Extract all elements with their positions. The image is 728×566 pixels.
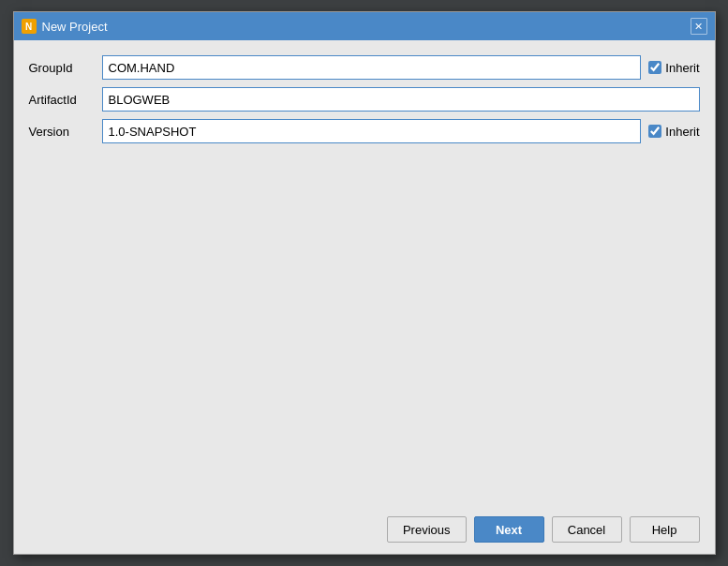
title-bar-left: N New Project — [22, 19, 108, 34]
version-inherit-area: Inherit — [648, 125, 699, 139]
dialog-body: GroupId Inherit ArtifactId Version Inher… — [14, 40, 715, 507]
groupid-inherit-checkbox[interactable] — [648, 61, 661, 74]
content-spacer — [29, 143, 700, 499]
artifactid-label: ArtifactId — [29, 93, 95, 107]
help-button[interactable]: Help — [630, 516, 700, 543]
title-bar: N New Project ✕ — [14, 12, 715, 40]
dialog-footer: Previous Next Cancel Help — [14, 507, 715, 554]
version-row: Version Inherit — [29, 119, 700, 143]
version-inherit-checkbox[interactable] — [648, 125, 661, 138]
version-inherit-label: Inherit — [665, 125, 699, 139]
groupid-inherit-area: Inherit — [648, 61, 699, 75]
version-input[interactable] — [102, 119, 642, 143]
version-label: Version — [29, 125, 95, 139]
new-project-dialog: N New Project ✕ GroupId Inherit Artifact… — [13, 11, 716, 555]
previous-button[interactable]: Previous — [387, 516, 467, 543]
dialog-title: New Project — [42, 20, 108, 34]
groupid-input[interactable] — [102, 55, 642, 80]
cancel-button[interactable]: Cancel — [552, 516, 622, 543]
groupid-row: GroupId Inherit — [29, 55, 700, 80]
close-button[interactable]: ✕ — [691, 18, 707, 35]
dialog-icon: N — [22, 19, 37, 34]
groupid-label: GroupId — [29, 61, 95, 75]
form-area: GroupId Inherit ArtifactId Version Inher… — [29, 55, 700, 143]
artifactid-row: ArtifactId — [29, 87, 700, 112]
groupid-inherit-label: Inherit — [665, 61, 699, 75]
next-button[interactable]: Next — [474, 516, 544, 543]
artifactid-input[interactable] — [102, 87, 700, 112]
